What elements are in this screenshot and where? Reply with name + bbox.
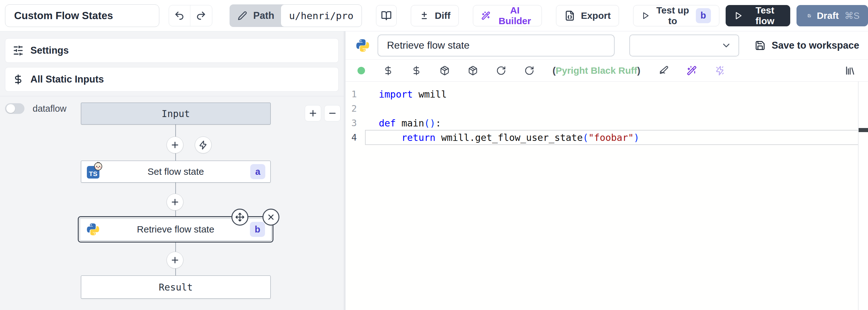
dollar-icon <box>13 74 24 85</box>
flow-panel-header: Settings All Static Inputs <box>0 31 344 96</box>
toggle-knob <box>6 104 15 113</box>
line-number: 2 <box>346 103 363 114</box>
code-line[interactable]: 3def main(): <box>346 116 868 130</box>
ai-builder-label: AI Builder <box>496 5 533 26</box>
paren-open: ( <box>553 65 556 76</box>
step-editor-panel: Retrieve flow state Save to workspace (P… <box>346 31 868 310</box>
file-json-icon <box>564 10 575 21</box>
diff-icon <box>419 11 429 21</box>
dataflow-label: dataflow <box>33 104 66 114</box>
docs-button[interactable] <box>376 5 396 26</box>
delete-step-button[interactable] <box>262 209 279 226</box>
ai-autocomplete-icon[interactable] <box>715 65 725 76</box>
reload-icon[interactable] <box>524 65 534 76</box>
add-trigger-button[interactable] <box>195 137 212 153</box>
step-node-label: Set flow state <box>81 166 270 177</box>
draft-shortcut: ⌘S <box>844 10 860 21</box>
flow-title-input[interactable]: Custom Flow States <box>5 4 159 27</box>
all-static-inputs-button[interactable]: All Static Inputs <box>5 67 339 92</box>
redo-icon <box>196 10 206 21</box>
line-number: 3 <box>346 118 363 128</box>
settings-button[interactable]: Settings <box>5 38 339 63</box>
editor-scrollbar[interactable] <box>858 82 859 310</box>
step-node-retrieve-flow-state-selected[interactable]: Retrieve flow state b <box>78 216 274 243</box>
result-node-label: Result <box>81 282 270 293</box>
settings-label: Settings <box>30 45 69 56</box>
test-flow-button[interactable]: Test flow <box>725 5 790 26</box>
package-icon[interactable] <box>440 65 450 76</box>
code-lines: 1import wmill23def main():4 return wmill… <box>346 82 868 145</box>
play-icon <box>734 11 743 21</box>
assistants-names: Pyright Black Ruff <box>556 65 637 76</box>
move-step-button[interactable] <box>231 209 248 226</box>
book-open-icon <box>381 10 392 21</box>
dataflow-toggle[interactable] <box>5 103 25 114</box>
diff-label: Diff <box>435 10 451 21</box>
code-editor[interactable]: 1import wmill23def main():4 return wmill… <box>346 82 868 310</box>
step-id-badge: a <box>250 164 265 179</box>
step-name-input[interactable]: Retrieve flow state <box>377 34 615 56</box>
save-to-workspace-button[interactable]: Save to workspace <box>755 40 859 51</box>
code-line[interactable]: 4 return wmill.get_flow_user_state("foob… <box>346 130 868 145</box>
code-editor-toolbar: (Pyright Black Ruff) <box>346 60 868 82</box>
zoom-out-button[interactable] <box>324 105 341 121</box>
ai-wand-icon[interactable] <box>687 65 697 76</box>
insert-step-button[interactable] <box>166 137 183 153</box>
dataflow-toggle-group: dataflow <box>5 103 66 114</box>
format-brush-icon[interactable] <box>658 65 669 76</box>
code-line-content: def main(): <box>363 118 441 129</box>
path-value[interactable]: u/henri/pro <box>281 4 362 27</box>
save-icon <box>807 10 811 21</box>
export-button[interactable]: Export <box>556 5 619 26</box>
language-status-dot <box>358 67 365 74</box>
draft-label: Draft <box>817 10 839 21</box>
ai-builder-button[interactable]: AI Builder <box>473 5 542 26</box>
test-flow-label: Test flow <box>748 5 782 26</box>
code-line-content: import wmill <box>363 89 447 100</box>
plus-icon <box>308 109 318 118</box>
save-draft-button[interactable]: Draft ⌘S <box>797 5 868 26</box>
undo-icon <box>174 10 185 21</box>
test-up-to-step-badge: b <box>696 8 711 23</box>
play-icon <box>642 11 649 21</box>
step-node-set-flow-state[interactable]: TS Set flow state a <box>81 161 271 182</box>
code-line-content: return wmill.get_flow_user_state("foobar… <box>363 132 640 143</box>
redo-button[interactable] <box>190 5 212 26</box>
result-node[interactable]: Result <box>81 276 271 299</box>
flow-panel: Settings All Static Inputs dataflow <box>0 31 346 310</box>
path-edit-button[interactable]: Path <box>229 4 288 27</box>
step-editor-header: Retrieve flow state Save to workspace <box>346 31 868 60</box>
variable-picker-icon[interactable] <box>383 65 393 76</box>
library-icon[interactable] <box>845 65 856 76</box>
plus-icon <box>170 140 180 150</box>
diff-button[interactable]: Diff <box>411 5 459 26</box>
line-number: 1 <box>346 89 363 100</box>
path-label: Path <box>253 10 274 21</box>
chevron-down-icon <box>721 40 732 51</box>
workspace-script-select[interactable] <box>629 34 739 56</box>
test-up-to-button[interactable]: Test up to b <box>633 5 719 26</box>
export-label: Export <box>581 10 611 21</box>
code-line[interactable]: 2 <box>346 101 868 116</box>
paren-close: ) <box>637 65 640 76</box>
code-line[interactable]: 1import wmill <box>346 87 868 101</box>
reload-icon[interactable] <box>496 65 506 76</box>
save-to-workspace-label: Save to workspace <box>772 40 859 51</box>
main-split: Settings All Static Inputs dataflow <box>0 31 868 310</box>
insert-step-button[interactable] <box>166 194 183 210</box>
input-node[interactable]: Input <box>81 103 271 124</box>
step-id-badge: b <box>250 222 265 237</box>
undo-button[interactable] <box>169 5 191 26</box>
pencil-icon <box>238 11 247 20</box>
scrollbar-cursor-marker <box>859 128 868 132</box>
resource-picker-icon[interactable] <box>411 65 422 76</box>
test-up-to-label: Test up to <box>655 5 690 26</box>
path-button-group: Path u/henri/pro <box>229 4 362 27</box>
language-assistants-label: (Pyright Black Ruff) <box>553 65 640 76</box>
package-icon[interactable] <box>468 65 478 76</box>
zoom-in-button[interactable] <box>305 105 321 121</box>
plus-icon <box>170 255 180 265</box>
insert-step-button[interactable] <box>166 252 183 269</box>
save-icon <box>755 40 766 51</box>
undo-redo-group <box>169 5 212 26</box>
